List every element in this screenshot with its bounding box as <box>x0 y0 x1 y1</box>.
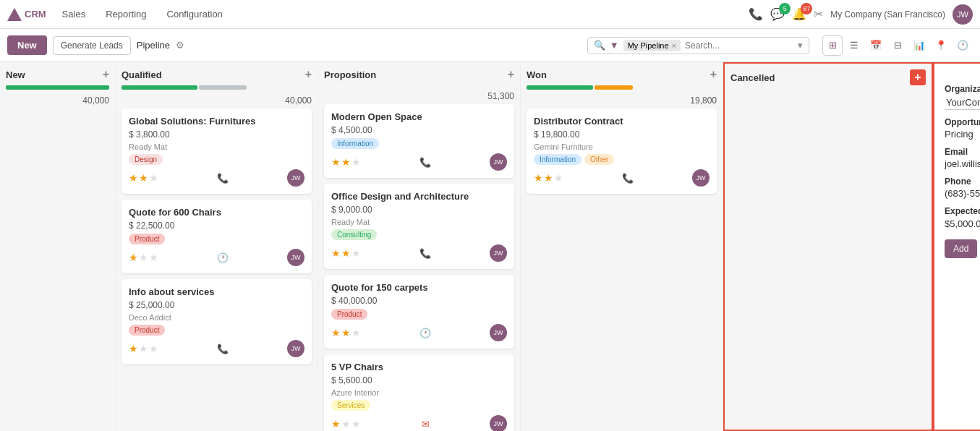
nav-sales[interactable]: Sales <box>58 6 90 22</box>
card-tag[interactable]: Product <box>129 325 165 336</box>
kanban-card[interactable]: Info about services $ 25,000.00 Deco Add… <box>122 279 312 364</box>
col-add-cancelled[interactable]: + <box>910 69 926 85</box>
col-add-won[interactable]: + <box>710 68 717 81</box>
star-2: ★ <box>139 252 148 263</box>
logo-icon <box>7 8 22 21</box>
top-nav: CRM Sales Reporting Configuration 📞 💬 5 … <box>0 0 980 29</box>
col-add-new[interactable]: + <box>103 68 109 81</box>
phone-icon[interactable]: 📞 <box>217 343 229 354</box>
phone-nav-icon[interactable]: 📞 <box>749 7 763 21</box>
nav-configuration[interactable]: Configuration <box>163 6 227 22</box>
email-label: Email <box>945 147 980 157</box>
graph-view-btn[interactable]: 📊 <box>909 35 929 56</box>
card-title: Distributor Contract <box>534 116 710 127</box>
phone-icon[interactable]: 📞 <box>622 173 634 184</box>
kanban-card[interactable]: Quote for 600 Chairs $ 22,500.00 Product… <box>122 200 312 273</box>
crm-logo[interactable]: CRM <box>7 8 46 21</box>
progress-bar-new <box>6 85 109 90</box>
card-tag[interactable]: Design <box>129 154 163 165</box>
card-action-icons: ✉ <box>422 419 430 430</box>
search-dropdown-icon[interactable]: ▾ <box>798 40 803 51</box>
star-1: ★ <box>129 252 138 263</box>
kanban-card[interactable]: Global Solutions: Furnitures $ 3,800.00 … <box>122 108 312 194</box>
col-add-qualified[interactable]: + <box>305 68 312 81</box>
cancelled-section: Cancelled + Organization / Contact ? → O… <box>723 62 980 431</box>
filter-tag-remove[interactable]: × <box>672 41 676 50</box>
activity-icon[interactable]: 🔔 87 <box>792 7 806 21</box>
progress-bar-won <box>527 85 717 90</box>
star-2: ★ <box>139 172 148 184</box>
card-footer: ★ ★ ★ 🕐 JW <box>129 249 304 266</box>
card-tag[interactable]: Product <box>331 309 367 320</box>
map-view-btn[interactable]: 📍 <box>931 35 951 56</box>
card-action-icons: 📞 <box>419 157 431 168</box>
card-tag[interactable]: Consulting <box>331 229 377 240</box>
kanban-col-won: Won + 19,800 Distributor Contract $ 19,8… <box>521 62 723 431</box>
card-company: Gemini Furniture <box>534 142 710 151</box>
kanban-col-cancelled: Cancelled + <box>723 62 933 431</box>
star-2: ★ <box>544 172 553 184</box>
col-add-proposition[interactable]: + <box>508 68 514 81</box>
kanban-view-btn[interactable]: ⊞ <box>822 35 843 56</box>
phone-icon[interactable]: 📞 <box>419 248 431 259</box>
phone-icon[interactable]: 📞 <box>217 173 229 184</box>
right-panel: Organization / Contact ? → Opportunity P… <box>933 62 980 431</box>
crm-text: CRM <box>25 9 46 20</box>
activity-view-btn[interactable]: 🕐 <box>953 35 973 56</box>
kanban-card[interactable]: Distributor Contract $ 19,800.00 Gemini … <box>527 108 717 194</box>
nav-reporting[interactable]: Reporting <box>101 6 150 22</box>
nav-right: 📞 💬 5 🔔 87 ✂ My Company (San Francisco) … <box>749 4 973 25</box>
chat-icon[interactable]: 💬 5 <box>770 7 785 21</box>
col-amount-proposition: 51,300 <box>324 91 514 101</box>
card-title: Info about services <box>129 286 304 297</box>
add-button[interactable]: Add <box>945 239 977 258</box>
pb-green <box>122 85 197 90</box>
card-tag[interactable]: Services <box>331 400 370 411</box>
star-1: ★ <box>331 156 341 168</box>
kanban-card[interactable]: Modern Open Space $ 4,500.00 Information… <box>324 104 514 178</box>
list-view-btn[interactable]: ☰ <box>844 35 864 56</box>
email-icon[interactable]: ✉ <box>422 419 430 430</box>
card-avatar: JW <box>692 169 710 187</box>
col-amount-won: 19,800 <box>527 95 717 106</box>
pb-green <box>527 85 593 90</box>
pipeline-settings-icon[interactable]: ⚙ <box>176 40 184 51</box>
card-tag[interactable]: Other <box>584 154 614 165</box>
star-1: ★ <box>331 418 341 430</box>
card-amount: $ 4,500.00 <box>331 125 507 135</box>
card-company: Deco Addict <box>129 313 304 322</box>
revenue-value: $5,000.00 <box>945 218 980 229</box>
search-input[interactable] <box>685 40 793 51</box>
phone-icon[interactable]: 📞 <box>419 157 431 168</box>
user-avatar[interactable]: JW <box>953 4 973 25</box>
clock-icon[interactable]: 🕐 <box>217 252 229 263</box>
card-tag[interactable]: Information <box>331 138 379 149</box>
card-avatar: JW <box>287 169 304 187</box>
view-icons: ⊞ ☰ 📅 ⊟ 📊 📍 🕐 <box>822 35 973 56</box>
card-action-icons: 📞 <box>419 248 431 259</box>
org-label-text: Organization / Contact <box>945 84 980 94</box>
card-title: Quote for 600 Chairs <box>129 207 304 218</box>
kanban-col-new: New + 40,000 <box>0 62 116 431</box>
kanban-card[interactable]: Quote for 150 carpets $ 40,000.00 Produc… <box>324 275 514 349</box>
kanban-card[interactable]: 5 VP Chairs $ 5,600.00 Azure Interior Se… <box>324 354 514 431</box>
new-button[interactable]: New <box>7 35 47 55</box>
card-tag[interactable]: Product <box>129 234 165 244</box>
col-title-cancelled: Cancelled <box>730 72 775 83</box>
pivot-view-btn[interactable]: ⊟ <box>887 35 908 56</box>
card-footer: ★ ★ ★ 📞 JW <box>331 244 507 262</box>
card-avatar: JW <box>287 340 304 357</box>
kanban-area: New + 40,000 Qualified + 40,000 Global S… <box>0 62 980 431</box>
card-tag[interactable]: Information <box>534 154 581 165</box>
kanban-card[interactable]: Office Design and Architecture $ 9,000.0… <box>324 184 514 269</box>
phone-value: (683)-556-5104 <box>945 188 980 199</box>
star-1: ★ <box>129 172 138 184</box>
org-input[interactable] <box>945 95 980 110</box>
col-amount-qualified: 40,000 <box>122 95 312 106</box>
generate-leads-button[interactable]: Generate Leads <box>53 36 131 55</box>
clock-icon[interactable]: 🕐 <box>419 328 431 338</box>
card-title: Modern Open Space <box>331 111 507 122</box>
progress-bar-qualified <box>122 85 312 90</box>
calendar-view-btn[interactable]: 📅 <box>866 35 886 56</box>
card-footer: ★ ★ ★ 📞 JW <box>129 169 304 187</box>
